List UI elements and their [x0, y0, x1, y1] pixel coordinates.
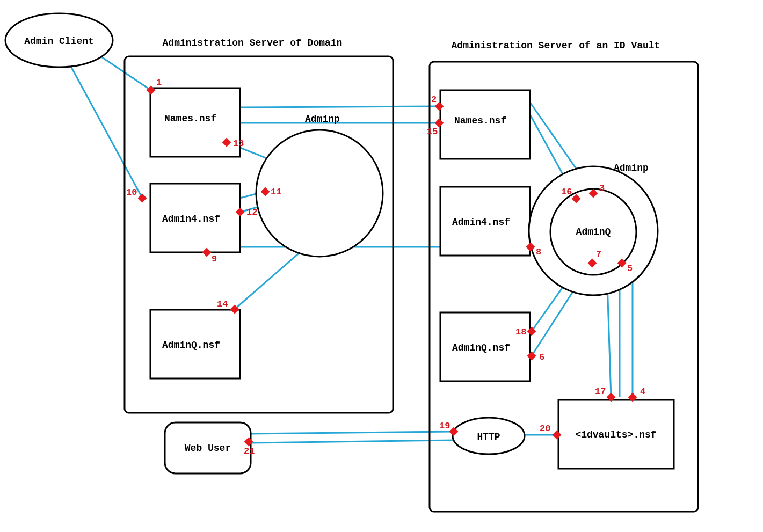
marker-10: [138, 194, 147, 203]
marker-4-label: 4: [640, 387, 645, 397]
admin-client-label: Admin Client: [24, 36, 94, 47]
marker-12-label: 12: [246, 207, 257, 217]
architecture-diagram: Admin Client Administration Server of Do…: [0, 0, 763, 532]
marker-10-label: 10: [126, 187, 137, 198]
http-label: HTTP: [477, 432, 500, 442]
marker-1-label: 1: [156, 77, 162, 88]
admin4-nsf-left-label: Admin4.nsf: [162, 214, 220, 224]
marker-11-label: 11: [271, 187, 281, 197]
marker-14-label: 14: [217, 299, 228, 309]
conn-adminq-adminp-left: [235, 247, 306, 309]
conn-webuser-http-top: [249, 432, 453, 434]
marker-15-label: 15: [427, 127, 438, 137]
marker-13-label: 13: [233, 139, 244, 149]
marker-6-label: 6: [539, 352, 544, 362]
conn-names-replicate-top: [240, 106, 439, 107]
web-user-label: Web User: [185, 443, 231, 454]
marker-9-label: 9: [212, 254, 217, 264]
marker-19-label: 19: [439, 421, 450, 431]
marker-20-label: 20: [540, 424, 550, 434]
marker-7-label: 7: [596, 249, 601, 259]
marker-3-label: 3: [599, 183, 605, 193]
marker-5-label: 5: [627, 264, 633, 274]
names-nsf-right-label: Names.nsf: [454, 115, 506, 126]
marker-8-label: 8: [536, 247, 541, 257]
marker-16-label: 16: [561, 187, 572, 197]
idvault-server-title: Administration Server of an ID Vault: [452, 40, 660, 51]
conn-adminclient-admin4-left: [70, 64, 142, 198]
adminq-inner-label: AdminQ: [576, 227, 611, 237]
marker-2-label: 2: [431, 94, 437, 105]
adminp-left-label: Adminp: [305, 114, 340, 125]
adminq-nsf-right-label: AdminQ.nsf: [452, 342, 510, 353]
names-nsf-left-label: Names.nsf: [164, 113, 216, 124]
idvaults-nsf-label: <idvaults>.nsf: [575, 429, 656, 440]
marker-21-label: 21: [244, 446, 255, 456]
marker-18-label: 18: [515, 327, 526, 337]
domain-server-title: Administration Server of Domain: [163, 38, 343, 48]
adminq-nsf-left-label: AdminQ.nsf: [162, 340, 220, 351]
conn-webuser-http-bottom: [249, 440, 455, 443]
admin4-nsf-right-label: Admin4.nsf: [452, 217, 510, 228]
marker-17-label: 17: [595, 387, 606, 397]
